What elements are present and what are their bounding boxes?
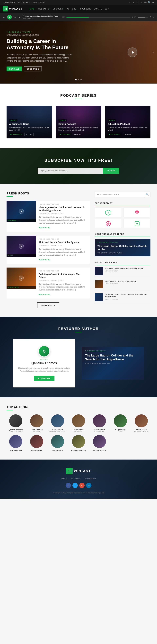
post-title-2[interactable]: Pluto and the Icy Outer Solar System — [39, 241, 87, 244]
author-avatar-bg-12 — [93, 435, 106, 448]
footer-social-googleplus[interactable]: g — [79, 483, 85, 488]
search-icon-top[interactable]: 🔍 — [148, 1, 151, 4]
nav-buy[interactable]: BUY — [104, 7, 110, 10]
footer-nav-authors[interactable]: AUTHORS — [71, 478, 81, 480]
author-item-2[interactable]: Elars Simmon AUTHOR — [27, 414, 46, 432]
author-item-5[interactable]: Vickie Garcia CSS TESTER — [90, 414, 109, 432]
featured-post-card[interactable]: THE SCIENCE PODCAST The Large Hadron Col… — [82, 347, 144, 380]
hero-dot-1[interactable] — [75, 79, 77, 80]
series-card-2-content: SERIES Eating Podcast Healthy cooking, t… — [56, 106, 101, 138]
sponsor-logo-1[interactable]: V — [95, 208, 122, 217]
sponsor-logo-3[interactable]: a — [95, 219, 122, 228]
footer-social-facebook[interactable]: f — [66, 483, 71, 488]
more-posts-btn[interactable]: MORE POSTS — [37, 302, 59, 308]
sidebar-search-input[interactable] — [95, 192, 144, 197]
player-prev-btn[interactable]: ⏮ — [2, 16, 6, 19]
series-card-3-footer: ▶ 10 EPISODES FOLLOW — [108, 133, 148, 136]
hero-dot-2[interactable] — [78, 79, 79, 80]
player-list-icon[interactable]: ☰ — [150, 16, 152, 18]
hero-play-btn[interactable] — [128, 48, 137, 57]
footer-social-twitter[interactable]: t — [72, 483, 78, 488]
topbar-link-the-podcast[interactable]: THE PODCAST — [32, 2, 45, 3]
sidebar-search-btn[interactable]: 🔍 — [144, 192, 150, 197]
nav-sponsors[interactable]: SPONSORS — [79, 7, 92, 10]
social-linkedin[interactable]: in — [140, 1, 143, 4]
logo[interactable]: WPCAST — [2, 6, 22, 12]
author-item-9[interactable]: Daniel Burke — [27, 435, 46, 451]
recent-title-1[interactable]: Building a Career in Astronomy Is The Fu… — [105, 267, 151, 270]
nav-episodes[interactable]: EPISODES ▾ — [52, 7, 65, 10]
subscribe-email-input[interactable] — [38, 168, 103, 174]
subscribe-title: SUBSCRIBE NOW, IT'S FREE! — [6, 158, 151, 163]
volume-bar[interactable] — [138, 17, 148, 18]
hero-next-arrow[interactable]: › — [153, 50, 154, 54]
sponsor-logo-2[interactable] — [124, 208, 151, 217]
nav-donate[interactable]: DONATE — [93, 7, 103, 10]
top-authors-title: TOP AUTHORS — [6, 406, 151, 409]
progress-fill — [66, 17, 89, 18]
nav-authors[interactable]: AUTHORS ▾ — [66, 7, 79, 10]
recent-title-2[interactable]: Pluto and the Icy Outer Solar System — [105, 280, 151, 282]
svg-rect-16 — [68, 471, 68, 472]
post-meta-1: ELIAS SIMMON | JANUARY 20, 2019 — [39, 213, 87, 214]
author-item-7[interactable]: Andre Dixon LICENSE AUTHOR — [132, 414, 151, 432]
author-avatar-6 — [114, 414, 127, 428]
post-play-btn-2[interactable] — [19, 244, 24, 249]
author-name-5: Vickie Garcia — [90, 429, 109, 431]
social-googleplus[interactable]: g — [136, 1, 139, 4]
social-facebook[interactable]: f — [128, 1, 131, 4]
footer-nav: HOME AUTHORS SPONSORS — [6, 478, 151, 480]
topbar-link-who-we-are[interactable]: WHO WE ARE — [18, 2, 30, 3]
hero-dot-3[interactable] — [80, 79, 82, 80]
post-thumb-1: FEATURES — [6, 201, 36, 222]
player-stop-btn[interactable]: ⏹ — [18, 16, 21, 19]
footer-nav-sponsors[interactable]: SPONSORS — [85, 478, 96, 480]
svg-rect-2 — [5, 8, 6, 10]
subscribe-submit-btn[interactable]: SIGN UP — [103, 168, 119, 174]
author-item-8[interactable]: Grace Morgan — [6, 435, 25, 451]
topbar-link-collaborate[interactable]: COLLABORATE — [2, 2, 15, 3]
series-card-3[interactable]: SERIES Education Podcast Teaching our ki… — [105, 106, 151, 138]
post-title-3[interactable]: Building a Career in Astronomy Is The Fu… — [39, 273, 87, 279]
author-item-1[interactable]: Qantum Themes LICENSE AUTHOR — [6, 414, 25, 432]
settings-icon[interactable]: ⚙ — [152, 1, 155, 4]
recent-title-3[interactable]: The Large Hadron Collider and the Search… — [105, 293, 151, 298]
post-read-more-1[interactable]: READ MORE — [39, 227, 50, 229]
hero-subscribe-btn[interactable]: SUBSCRIBE — [24, 66, 42, 72]
social-twitter[interactable]: t — [132, 1, 135, 4]
post-read-more-2[interactable]: READ MORE — [39, 259, 50, 261]
author-item-12[interactable]: Yvonne Phillips — [90, 435, 109, 451]
author-archive-btn[interactable]: MY ARCHIVE — [34, 376, 54, 381]
popular-card[interactable]: THE SCIENCE PODCAST The Large Hadron Col… — [95, 239, 151, 256]
player-next-btn[interactable]: ⏭ — [13, 16, 16, 19]
player-share-icon[interactable]: ↗ — [153, 16, 155, 18]
author-item-11[interactable]: Richard Ashcraft — [69, 435, 88, 451]
sponsor-logo-4[interactable]: U — [124, 219, 151, 228]
series-card-1[interactable]: SERIES A Business Serie The business pod… — [6, 106, 52, 138]
footer-social-linkedin[interactable]: in — [86, 483, 91, 488]
social-rss[interactable]: rss — [144, 1, 147, 4]
author-item-4[interactable]: Loretta Pierce SCIENTIST — [69, 414, 88, 432]
progress-bar[interactable] — [66, 17, 131, 18]
series-card-3-follow[interactable]: FOLLOW — [123, 133, 132, 136]
author-item-6[interactable]: Sergio Gray CSS — [111, 414, 130, 432]
author-avatar-bg-4 — [72, 414, 85, 428]
series-card-2[interactable]: SERIES Eating Podcast Healthy cooking, t… — [56, 106, 101, 138]
post-body-1: THE SCIENCE PODCAST The Large Hadron Col… — [36, 201, 90, 232]
footer-nav-home[interactable]: HOME — [61, 478, 67, 480]
post-play-btn-3[interactable] — [19, 276, 24, 281]
nav-podcasts[interactable]: PODCASTS ▾ — [37, 7, 51, 10]
hero-read-btn[interactable]: READ ALL — [6, 66, 22, 72]
nav-home[interactable]: HOME ▾ — [27, 7, 37, 10]
author-name-7: Andre Dixon — [132, 429, 151, 431]
post-title-1[interactable]: The Large Hadron Collider and the Search… — [39, 206, 87, 212]
post-read-more-3[interactable]: READ MORE — [39, 294, 50, 296]
author-avatar-10 — [51, 435, 64, 448]
series-card-2-follow[interactable]: FOLLOW — [73, 133, 82, 136]
author-item-3[interactable]: Gordon Cole MARKETING EXPERT — [48, 414, 67, 432]
series-card-1-follow[interactable]: FOLLOW — [24, 133, 34, 136]
author-item-10[interactable]: Mary Rivera — [48, 435, 67, 451]
player-play-btn[interactable] — [7, 15, 12, 20]
post-play-btn-1[interactable] — [19, 209, 24, 214]
hero-content: THE SCIENCE PODCAST BY ELIAS SIMMON ON J… — [0, 21, 82, 78]
